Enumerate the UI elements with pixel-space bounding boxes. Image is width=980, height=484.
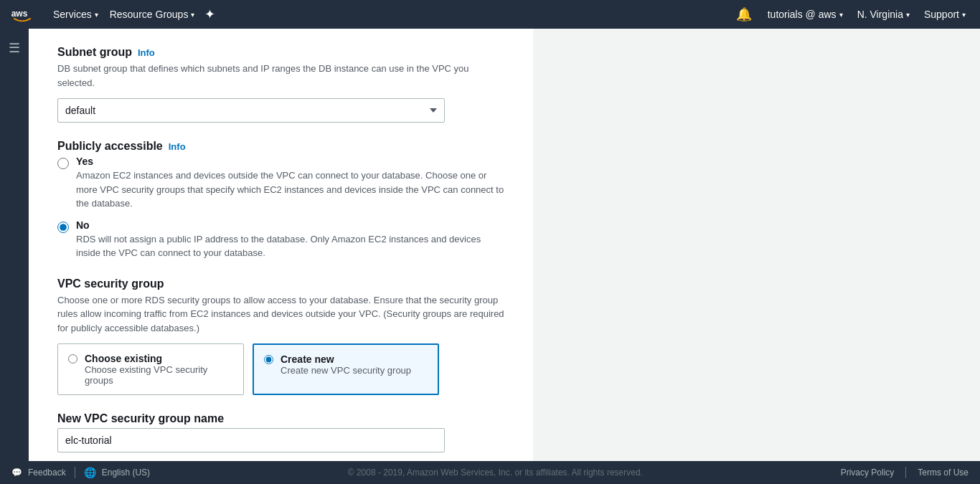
resource-groups-chevron-icon: ▾	[191, 11, 194, 19]
region-menu[interactable]: N. Virginia ▾	[852, 0, 915, 29]
publicly-accessible-no-label: No	[76, 219, 504, 231]
bookmarks-icon[interactable]: ✦	[200, 0, 220, 29]
bottom-bar-copyright: © 2008 - 2019, Amazon Web Services, Inc.…	[150, 468, 841, 478]
publicly-accessible-no-radio[interactable]	[57, 222, 69, 233]
subnet-group-section: Subnet group Info DB subnet group that d…	[57, 46, 504, 123]
nav-right: 🔔 tutorials @ aws ▾ N. Virginia ▾ Suppor…	[729, 0, 971, 29]
publicly-accessible-yes-desc: Amazon EC2 instances and devices outside…	[76, 169, 504, 211]
publicly-accessible-no-option: No RDS will not assign a public IP addre…	[57, 219, 504, 260]
privacy-policy-link[interactable]: Privacy Policy	[841, 468, 895, 478]
publicly-accessible-yes-radio[interactable]	[57, 158, 69, 169]
new-vpc-name-section: New VPC security group name	[57, 412, 504, 452]
right-panel	[533, 29, 980, 484]
vpc-security-group-section: VPC security group Choose one or more RD…	[57, 277, 504, 396]
bottom-bar-right: Privacy Policy Terms of Use	[841, 467, 969, 478]
sidebar-menu-icon[interactable]: ☰	[3, 34, 26, 62]
publicly-accessible-no-content: No RDS will not assign a public IP addre…	[76, 219, 504, 260]
support-chevron-icon: ▾	[962, 11, 966, 19]
vpc-create-new-desc: Create new VPC security group	[281, 365, 411, 376]
bottom-bar: 💬 Feedback 🌐 English (US) © 2008 - 2019,…	[0, 461, 980, 484]
subnet-group-info-link[interactable]: Info	[138, 47, 155, 58]
vpc-choose-existing-title: Choose existing	[85, 353, 233, 364]
vpc-create-new-radio[interactable]	[264, 355, 273, 364]
region-chevron-icon: ▾	[906, 11, 910, 19]
subnet-group-select[interactable]: default	[57, 98, 445, 123]
feedback-chat-icon: 💬	[11, 468, 22, 478]
publicly-accessible-section: Publicly accessible Info Yes Amazon EC2 …	[57, 140, 504, 260]
vpc-security-group-cards: Choose existing Choose existing VPC secu…	[57, 343, 504, 395]
vpc-create-new-title: Create new	[281, 353, 411, 365]
resource-groups-nav[interactable]: Resource Groups ▾	[104, 0, 201, 29]
publicly-accessible-radio-group: Yes Amazon EC2 instances and devices out…	[57, 156, 504, 260]
top-nav: aws Services ▾ Resource Groups ▾ ✦ 🔔 tut…	[0, 0, 980, 29]
bottom-bar-left: 💬 Feedback 🌐 English (US)	[11, 467, 150, 478]
layout: ☰ Subnet group Info DB subnet group that…	[0, 29, 980, 484]
vpc-security-group-desc: Choose one or more RDS security groups t…	[57, 293, 504, 336]
publicly-accessible-yes-label: Yes	[76, 156, 504, 167]
new-vpc-name-title: New VPC security group name	[57, 412, 504, 425]
main-content: Subnet group Info DB subnet group that d…	[29, 29, 533, 484]
new-vpc-name-input[interactable]	[57, 428, 445, 452]
vpc-choose-existing-radio[interactable]	[68, 354, 77, 364]
language-link[interactable]: English (US)	[102, 468, 150, 478]
vpc-choose-existing-desc: Choose existing VPC security groups	[85, 364, 233, 386]
vpc-security-group-title: VPC security group	[57, 277, 504, 290]
support-menu[interactable]: Support ▾	[918, 0, 971, 29]
vpc-create-new-card[interactable]: Create new Create new VPC security group	[253, 343, 439, 395]
user-menu[interactable]: tutorials @ aws ▾	[762, 0, 849, 29]
bottom-divider-2	[905, 467, 906, 478]
services-nav[interactable]: Services ▾	[47, 0, 104, 29]
publicly-accessible-yes-option: Yes Amazon EC2 instances and devices out…	[57, 156, 504, 211]
user-chevron-icon: ▾	[839, 11, 843, 19]
feedback-link[interactable]: Feedback	[28, 468, 66, 478]
vpc-choose-existing-content: Choose existing Choose existing VPC secu…	[85, 353, 233, 386]
svg-text:aws: aws	[11, 9, 28, 19]
publicly-accessible-info-link[interactable]: Info	[169, 141, 186, 152]
subnet-group-title: Subnet group Info	[57, 46, 504, 59]
vpc-create-new-content: Create new Create new VPC security group	[281, 353, 411, 376]
vpc-choose-existing-card[interactable]: Choose existing Choose existing VPC secu…	[57, 343, 244, 395]
publicly-accessible-no-desc: RDS will not assign a public IP address …	[76, 232, 504, 260]
subnet-group-desc: DB subnet group that defines which subne…	[57, 62, 504, 90]
globe-icon: 🌐	[84, 467, 96, 478]
publicly-accessible-title: Publicly accessible Info	[57, 140, 504, 153]
aws-logo[interactable]: aws	[9, 7, 36, 22]
bottom-divider-1	[75, 467, 75, 478]
publicly-accessible-yes-content: Yes Amazon EC2 instances and devices out…	[76, 156, 504, 211]
notifications-icon[interactable]: 🔔	[729, 6, 759, 22]
services-chevron-icon: ▾	[95, 11, 98, 19]
sidebar: ☰	[0, 29, 29, 461]
terms-link[interactable]: Terms of Use	[918, 468, 969, 478]
